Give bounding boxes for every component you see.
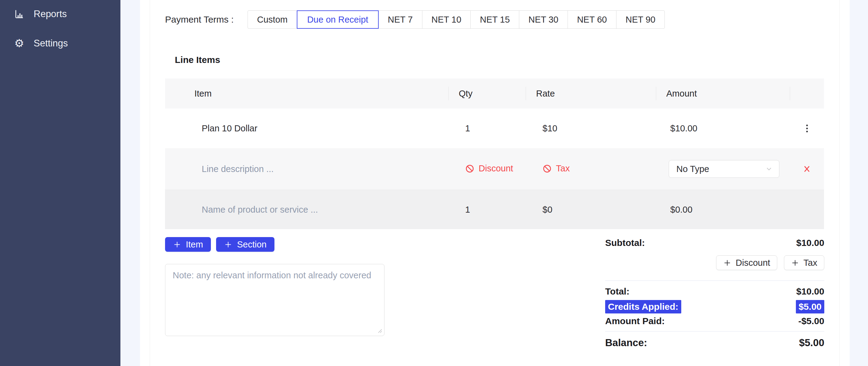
balance-value: $5.00 (799, 337, 824, 348)
row-menu-button[interactable] (801, 121, 813, 136)
payment-term-button[interactable]: NET 10 (422, 10, 471, 29)
balance-label: Balance: (605, 337, 647, 348)
sidebar: Reports ⚙ Settings (0, 0, 120, 366)
payment-term-button[interactable]: NET 60 (567, 10, 617, 29)
item-name-cell[interactable]: Plan 10 Dollar (165, 124, 448, 134)
remove-row-button[interactable] (802, 164, 811, 173)
sidebar-item-label: Settings (34, 38, 68, 49)
payment-terms-label: Payment Terms : (165, 14, 234, 25)
credits-applied-value: $5.00 (796, 300, 824, 313)
new-item-qty-cell[interactable]: 1 (448, 205, 526, 215)
no-entry-icon (465, 164, 474, 173)
table-header-row: Item Qty Rate Amount (165, 78, 824, 108)
type-select-dropdown[interactable]: No Type (669, 160, 779, 178)
column-header-actions (790, 78, 824, 108)
item-rate-cell[interactable]: $10 (526, 124, 656, 134)
credits-applied-label: Credits Applied: (605, 300, 681, 313)
total-value: $10.00 (796, 286, 824, 297)
column-header-amount: Amount (656, 78, 790, 108)
amount-paid-label: Amount Paid: (605, 315, 665, 327)
note-textarea[interactable] (165, 264, 384, 336)
payment-term-button[interactable]: NET 15 (470, 10, 519, 29)
payment-term-button-selected[interactable]: Due on Receipt (297, 10, 379, 29)
column-header-item: Item (165, 78, 448, 108)
invoice-summary: Subtotal: $10.00 Discount Tax Total: $10… (605, 237, 824, 348)
bar-chart-icon (13, 8, 25, 20)
remove-tax-link[interactable]: Tax (542, 163, 570, 173)
payment-term-button[interactable]: NET 90 (616, 10, 665, 29)
payment-term-button[interactable]: Custom (248, 10, 297, 29)
subtotal-label: Subtotal: (605, 237, 645, 249)
close-icon (802, 164, 811, 173)
chevron-down-icon (765, 165, 773, 173)
new-item-name-input[interactable] (202, 205, 448, 215)
new-item-rate-cell[interactable]: $0 (526, 205, 656, 215)
column-header-rate: Rate (526, 78, 656, 108)
plus-icon (173, 240, 181, 249)
add-discount-button[interactable]: Discount (716, 256, 777, 270)
line-description-input[interactable] (202, 164, 448, 174)
subtotal-value: $10.00 (796, 237, 824, 249)
sidebar-item-label: Reports (34, 8, 67, 20)
item-amount-cell: $10.00 (656, 124, 790, 134)
payment-terms-group: Custom Due on Receipt NET 7 NET 10 NET 1… (248, 10, 665, 29)
total-row: Total: $10.00 (605, 286, 824, 297)
table-row-description: Discount Tax No Type (165, 148, 824, 190)
invoice-editor-page: Reports ⚙ Settings Payment Terms : Custo… (0, 0, 868, 366)
remove-discount-link[interactable]: Discount (465, 163, 513, 173)
plus-icon (791, 259, 799, 267)
new-item-amount-cell: $0.00 (656, 205, 790, 215)
summary-add-buttons: Discount Tax (605, 256, 824, 270)
amount-paid-value: -$5.00 (798, 315, 824, 327)
kebab-menu-icon (806, 125, 808, 126)
sidebar-item-reports[interactable]: Reports (0, 4, 120, 24)
add-section-button[interactable]: Section (216, 237, 275, 252)
type-select-value: No Type (676, 164, 765, 174)
add-buttons-row: Item Section (165, 237, 275, 252)
add-tax-button[interactable]: Tax (784, 256, 824, 270)
no-entry-icon (542, 164, 552, 173)
note-field-wrap (165, 264, 384, 336)
summary-divider (605, 280, 824, 281)
amount-paid-row: Amount Paid: -$5.00 (605, 315, 824, 327)
column-header-qty: Qty (448, 78, 526, 108)
plus-icon (723, 259, 732, 267)
credits-applied-row: Credits Applied: $5.00 (605, 300, 824, 313)
payment-term-button[interactable]: NET 30 (519, 10, 568, 29)
payment-term-button[interactable]: NET 7 (378, 10, 423, 29)
line-items-title: Line Items (175, 55, 220, 65)
sidebar-item-settings[interactable]: ⚙ Settings (0, 34, 120, 53)
plus-icon (224, 240, 232, 249)
subtotal-row: Subtotal: $10.00 (605, 237, 824, 249)
item-qty-cell[interactable]: 1 (448, 124, 526, 134)
gear-icon: ⚙ (13, 38, 25, 49)
balance-row: Balance: $5.00 (605, 337, 824, 348)
line-items-table: Item Qty Rate Amount Plan 10 Dollar 1 $1… (165, 78, 824, 229)
add-item-button[interactable]: Item (165, 237, 211, 252)
total-label: Total: (605, 286, 629, 297)
table-row-item: Plan 10 Dollar 1 $10 $10.00 (165, 108, 824, 148)
table-row-new-item: 1 $0 $0.00 (165, 190, 824, 229)
